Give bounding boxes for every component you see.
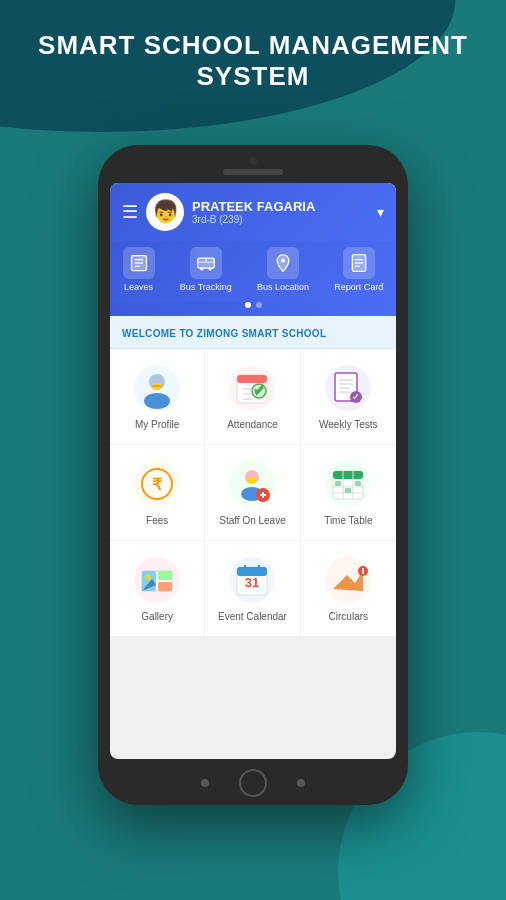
bus-tracking-icon (190, 247, 222, 279)
grid-item-fees[interactable]: ₹ Fees (110, 445, 205, 541)
circulars-icon: ! (323, 555, 373, 605)
svg-text:✓: ✓ (352, 392, 360, 402)
fees-icon: ₹ (132, 459, 182, 509)
nav-bar: Leaves Bus Tracking (110, 241, 396, 302)
gallery-icon (132, 555, 182, 605)
back-button[interactable] (201, 779, 209, 787)
welcome-text: WELCOME TO ZIMONG SMART SCHOOL (122, 328, 326, 339)
gallery-label: Gallery (141, 611, 173, 622)
svg-text:31: 31 (245, 575, 259, 590)
svg-point-5 (200, 267, 203, 270)
svg-point-9 (281, 258, 285, 262)
nav-item-leaves[interactable]: Leaves (123, 247, 155, 292)
svg-rect-40 (248, 478, 256, 483)
svg-rect-59 (158, 571, 172, 580)
my-profile-label: My Profile (135, 419, 179, 430)
my-profile-icon (132, 363, 182, 413)
leaves-icon (123, 247, 155, 279)
svg-text:₹: ₹ (152, 476, 163, 493)
user-info: PRATEEK FAGARIA 3rd-B (239) (192, 199, 369, 225)
grid-item-gallery[interactable]: Gallery (110, 541, 205, 637)
svg-point-58 (146, 575, 151, 580)
bus-location-icon (267, 247, 299, 279)
user-class: 3rd-B (239) (192, 214, 369, 225)
leaves-label: Leaves (124, 282, 153, 292)
bus-tracking-label: Bus Tracking (180, 282, 232, 292)
dot-2 (256, 302, 262, 308)
grid-item-event-calendar[interactable]: 31 Event Calendar (205, 541, 300, 637)
event-calendar-icon: 31 (227, 555, 277, 605)
nav-item-bus-location[interactable]: Bus Location (257, 247, 309, 292)
welcome-banner: WELCOME TO ZIMONG SMART SCHOOL (110, 316, 396, 349)
nav-item-bus-tracking[interactable]: Bus Tracking (180, 247, 232, 292)
attendance-label: Attendance (227, 419, 278, 430)
title-line1: SMART SCHOOL MANAGEMENT (38, 30, 468, 60)
weekly-tests-label: Weekly Tests (319, 419, 378, 430)
svg-rect-60 (158, 582, 172, 591)
svg-rect-21 (237, 375, 267, 383)
staff-on-leave-icon (227, 459, 277, 509)
user-name: PRATEEK FAGARIA (192, 199, 369, 214)
grid-item-staff-on-leave[interactable]: Staff On Leave (205, 445, 300, 541)
weekly-tests-icon: ✓ (323, 363, 373, 413)
circulars-label: Circulars (329, 611, 368, 622)
phone-device: ☰ 👦 PRATEEK FAGARIA 3rd-B (239) ▾ (98, 145, 408, 805)
app-title: SMART SCHOOL MANAGEMENT SYSTEM (0, 30, 506, 92)
svg-rect-46 (333, 471, 363, 479)
feature-grid: My Profile Attendanc (110, 349, 396, 637)
phone-speaker (223, 169, 283, 175)
bus-location-label: Bus Location (257, 282, 309, 292)
event-calendar-label: Event Calendar (218, 611, 287, 622)
staff-on-leave-label: Staff On Leave (219, 515, 286, 526)
nav-item-report-card[interactable]: Report Card (334, 247, 383, 292)
recent-button[interactable] (297, 779, 305, 787)
grid-item-attendance[interactable]: Attendance (205, 349, 300, 445)
app-header: ☰ 👦 PRATEEK FAGARIA 3rd-B (239) ▾ (110, 183, 396, 241)
time-table-icon (323, 459, 373, 509)
svg-rect-51 (335, 481, 341, 486)
time-table-label: Time Table (324, 515, 372, 526)
grid-item-circulars[interactable]: ! Circulars (301, 541, 396, 637)
avatar-image: 👦 (152, 199, 179, 225)
report-card-icon (343, 247, 375, 279)
phone-camera (249, 157, 257, 165)
dropdown-arrow-icon[interactable]: ▾ (377, 204, 384, 220)
svg-rect-53 (355, 481, 361, 486)
phone-screen: ☰ 👦 PRATEEK FAGARIA 3rd-B (239) ▾ (110, 183, 396, 759)
avatar: 👦 (146, 193, 184, 231)
report-card-label: Report Card (334, 282, 383, 292)
grid-item-my-profile[interactable]: My Profile (110, 349, 205, 445)
svg-rect-52 (345, 488, 351, 493)
page-dots (110, 302, 396, 316)
svg-point-16 (144, 393, 170, 409)
svg-point-6 (208, 267, 211, 270)
grid-item-time-table[interactable]: Time Table (301, 445, 396, 541)
fees-label: Fees (146, 515, 168, 526)
phone-bottom-bar (110, 759, 396, 807)
attendance-icon (227, 363, 277, 413)
hamburger-menu-icon[interactable]: ☰ (122, 201, 138, 223)
title-line2: SYSTEM (197, 61, 310, 91)
grid-item-weekly-tests[interactable]: ✓ Weekly Tests (301, 349, 396, 445)
dot-1 (245, 302, 251, 308)
home-button[interactable] (239, 769, 267, 797)
